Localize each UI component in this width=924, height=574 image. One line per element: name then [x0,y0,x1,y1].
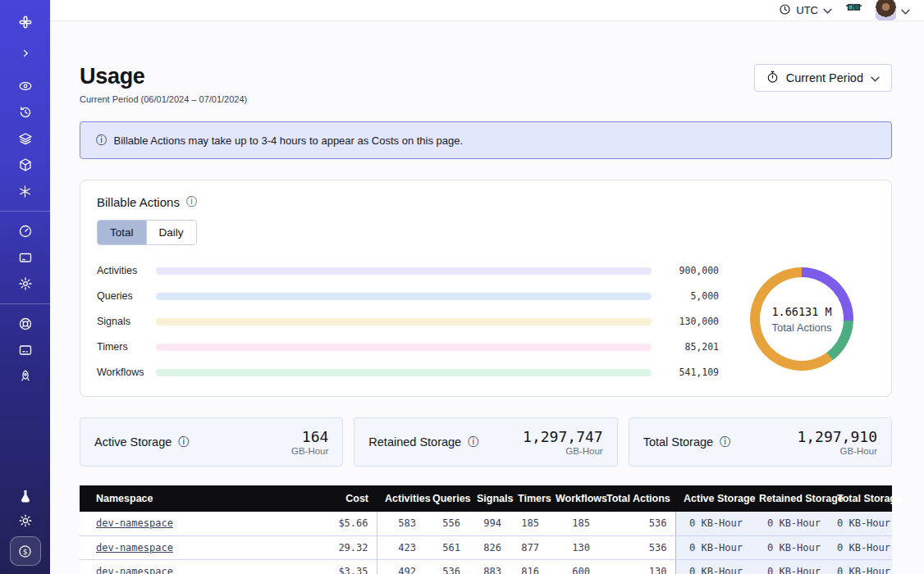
chevron-down-icon [823,4,832,16]
glasses-icon[interactable] [845,2,862,18]
billable-bar-chart: Activities 900,000 Queries 5,000 Signals… [97,265,729,378]
total-actions-cell: 536 [598,535,675,559]
bar-track [156,293,652,300]
user-menu[interactable] [876,0,910,20]
bar-row-queries: Queries 5,000 [97,290,720,302]
col-header: Total Storage [829,485,892,512]
workflows-cell: 600 [547,559,598,574]
bar-track [156,267,652,275]
stat-label: Retained Storage [368,435,461,449]
cube-icon[interactable] [11,153,40,177]
total-actions-cell: 130 [598,559,675,574]
col-header: Queries [424,485,469,512]
queries-cell: 536 [424,559,469,574]
tab-daily[interactable]: Daily [146,221,196,244]
period-selector-button[interactable]: Current Period [754,64,892,92]
stat-value: 1,297,747 [523,428,603,445]
info-icon[interactable]: ⓘ [178,435,190,449]
chevron-down-icon [871,71,880,84]
retained-storage-cell: 0 KB-Hour [751,512,829,535]
col-header: Workflows [547,485,598,512]
bar-value: 541,109 [652,367,720,378]
info-icon[interactable]: ⓘ [186,194,198,209]
topbar: UTC [50,0,924,21]
bar-value: 85,201 [652,341,720,353]
stat-label: Active Storage [94,435,172,449]
total-actions-label: Total Actions [772,321,832,334]
bar-track [156,318,652,326]
bar-row-workflows: Workflows 541,109 [97,367,720,378]
theme-sun-icon[interactable] [11,508,40,533]
namespace-usage-table: Namespace Cost Activities Queries Signal… [80,485,892,574]
total-storage-cell: 0 KB-Hour [829,535,892,559]
tab-total[interactable]: Total [98,221,146,244]
timers-cell: 877 [510,535,547,559]
col-header: Cost [300,485,377,512]
table-row: dev-namespace $5.66 583 556 994 185 185 … [80,512,892,535]
active-storage-cell: 0 KB-Hour [675,535,751,559]
cost-cell: 29.32 [300,535,377,559]
bar-row-timers: Timers 85,201 [97,341,720,353]
cost-cell: $3.35 [300,559,377,574]
bar-label: Activities [97,265,156,276]
bar-value: 130,000 [652,316,720,327]
stat-unit: GB-Hour [291,446,328,456]
rocket-icon[interactable] [11,364,40,389]
info-icon: ⓘ [96,133,107,148]
bar-label: Signals [97,316,156,327]
sidebar-divider [0,211,50,212]
total-actions-value: 1.66131 M [771,305,831,318]
billing-card-icon[interactable] [11,245,40,270]
timezone-selector[interactable]: UTC [779,3,832,18]
workflows-cell: 185 [547,512,598,535]
period-selector-label: Current Period [786,71,863,84]
sidebar: $ [0,0,50,574]
active-storage-cell: 0 KB-Hour [675,512,751,535]
bar-track [156,369,652,376]
activities-cell: 492 [377,559,424,574]
layers-icon[interactable] [11,126,40,151]
namespace-cell[interactable]: dev-namespace [80,535,300,559]
labs-flask-icon[interactable] [11,484,40,508]
active-storage-cell: 0 KB-Hour [675,559,751,574]
temporal-logo[interactable] [11,10,40,34]
total-storage-card: Total Storage ⓘ 1,297,910 GB-Hour [629,417,892,467]
clock-icon [779,3,791,18]
support-lifebuoy-icon[interactable] [11,312,40,336]
settings-gear-icon[interactable] [11,271,40,296]
signals-cell: 994 [469,512,510,535]
retained-storage-card: Retained Storage ⓘ 1,297,747 GB-Hour [354,417,617,467]
stopwatch-icon [766,71,779,86]
signals-cell: 826 [469,535,510,559]
stat-value: 164 [291,428,328,445]
total-storage-cell: 0 KB-Hour [829,559,892,574]
namespace-cell[interactable]: dev-namespace [80,559,300,574]
stat-unit: GB-Hour [523,446,603,456]
collapse-chevron-icon[interactable] [11,41,40,66]
billable-view-tabs: Total Daily [97,220,197,245]
history-icon[interactable] [11,100,40,125]
stat-label: Total Storage [643,435,713,449]
namespaces-eye-icon[interactable] [11,74,40,98]
signals-cell: 883 [469,559,510,574]
total-storage-cell: 0 KB-Hour [829,512,892,535]
svg-text:$: $ [23,547,28,555]
info-banner: ⓘ Billable Actions may take up to 3-4 ho… [80,121,892,159]
table-row: dev-namespace 29.32 423 561 826 877 130 … [80,535,892,559]
namespace-cell[interactable]: dev-namespace [80,512,300,535]
namespace-link: dev-namespace [96,517,173,529]
stat-value: 1,297,910 [797,428,877,445]
asterisk-icon[interactable] [11,179,40,203]
info-icon[interactable]: ⓘ [720,435,731,449]
col-header: Total Actions [598,485,675,512]
cost-cell: $5.66 [300,512,377,535]
page-title: Usage [80,64,247,89]
usage-coin-icon[interactable]: $ [10,536,41,566]
console-icon[interactable] [11,338,40,362]
info-icon[interactable]: ⓘ [468,435,479,449]
bar-value: 900,000 [652,265,720,276]
stat-unit: GB-Hour [797,446,877,456]
bar-row-signals: Signals 130,000 [97,316,720,327]
gauge-icon[interactable] [11,219,40,244]
total-actions-cell: 536 [598,512,675,535]
